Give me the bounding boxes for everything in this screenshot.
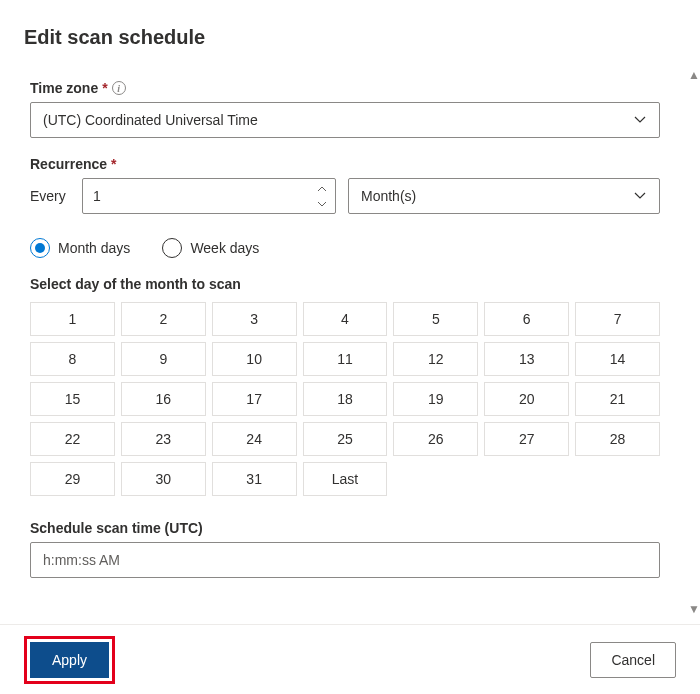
radio-label: Month days [58, 240, 130, 256]
day-cell[interactable]: 19 [393, 382, 478, 416]
form-scroll-area[interactable]: Time zone * i (UTC) Coordinated Universa… [0, 62, 690, 624]
radio-label: Week days [190, 240, 259, 256]
info-icon[interactable]: i [112, 81, 126, 95]
radio-icon [162, 238, 182, 258]
radio-week-days[interactable]: Week days [162, 238, 259, 258]
day-cell[interactable]: 12 [393, 342, 478, 376]
every-count-value: 1 [93, 188, 101, 204]
day-cell[interactable]: 26 [393, 422, 478, 456]
timezone-value: (UTC) Coordinated Universal Time [43, 112, 258, 128]
day-cell[interactable]: 17 [212, 382, 297, 416]
schedule-time-label: Schedule scan time (UTC) [30, 520, 660, 536]
day-cell[interactable]: 27 [484, 422, 569, 456]
day-cell[interactable]: Last [303, 462, 388, 496]
day-cell[interactable]: 5 [393, 302, 478, 336]
scroll-down-arrow-icon: ▼ [688, 602, 700, 616]
radio-icon [30, 238, 50, 258]
interval-unit-select[interactable]: Month(s) [348, 178, 660, 214]
spinner-down-button[interactable] [311, 196, 333, 211]
apply-button-highlight: Apply [24, 636, 115, 684]
radio-month-days[interactable]: Month days [30, 238, 130, 258]
day-cell[interactable]: 7 [575, 302, 660, 336]
recurrence-row: Every 1 Month(s) [30, 178, 660, 214]
day-cell[interactable]: 11 [303, 342, 388, 376]
day-cell[interactable]: 13 [484, 342, 569, 376]
day-cell[interactable]: 20 [484, 382, 569, 416]
day-cell[interactable]: 8 [30, 342, 115, 376]
required-marker: * [102, 80, 107, 96]
interval-unit-value: Month(s) [361, 188, 416, 204]
day-cell[interactable]: 31 [212, 462, 297, 496]
day-cell[interactable]: 25 [303, 422, 388, 456]
day-cell[interactable]: 15 [30, 382, 115, 416]
chevron-down-icon [633, 113, 647, 127]
day-cell[interactable]: 18 [303, 382, 388, 416]
day-cell[interactable]: 2 [121, 302, 206, 336]
day-cell[interactable]: 16 [121, 382, 206, 416]
day-cell[interactable]: 22 [30, 422, 115, 456]
day-cell[interactable]: 24 [212, 422, 297, 456]
day-cell[interactable]: 4 [303, 302, 388, 336]
footer-bar: Apply Cancel [0, 624, 700, 694]
cancel-button[interactable]: Cancel [590, 642, 676, 678]
day-cell[interactable]: 1 [30, 302, 115, 336]
schedule-time-input[interactable] [30, 542, 660, 578]
apply-button[interactable]: Apply [30, 642, 109, 678]
day-cell[interactable]: 23 [121, 422, 206, 456]
day-cell[interactable]: 29 [30, 462, 115, 496]
timezone-select[interactable]: (UTC) Coordinated Universal Time [30, 102, 660, 138]
day-mode-radio-group: Month days Week days [30, 238, 660, 258]
day-picker-subtitle: Select day of the month to scan [30, 276, 660, 292]
panel-header: Edit scan schedule [0, 0, 700, 57]
required-marker: * [111, 156, 116, 172]
day-cell[interactable]: 10 [212, 342, 297, 376]
recurrence-label: Recurrence * [30, 156, 660, 172]
spinner-up-button[interactable] [311, 181, 333, 196]
page-title: Edit scan schedule [24, 26, 676, 49]
day-of-month-grid: 1234567891011121314151617181920212223242… [30, 302, 660, 496]
day-cell[interactable]: 9 [121, 342, 206, 376]
every-label: Every [30, 188, 70, 204]
day-cell[interactable]: 14 [575, 342, 660, 376]
day-cell[interactable]: 21 [575, 382, 660, 416]
day-cell[interactable]: 3 [212, 302, 297, 336]
day-cell[interactable]: 30 [121, 462, 206, 496]
timezone-label: Time zone * i [30, 80, 660, 96]
day-cell[interactable]: 6 [484, 302, 569, 336]
every-count-input[interactable]: 1 [82, 178, 336, 214]
day-cell[interactable]: 28 [575, 422, 660, 456]
scroll-up-arrow-icon: ▲ [688, 68, 700, 82]
chevron-down-icon [633, 189, 647, 203]
